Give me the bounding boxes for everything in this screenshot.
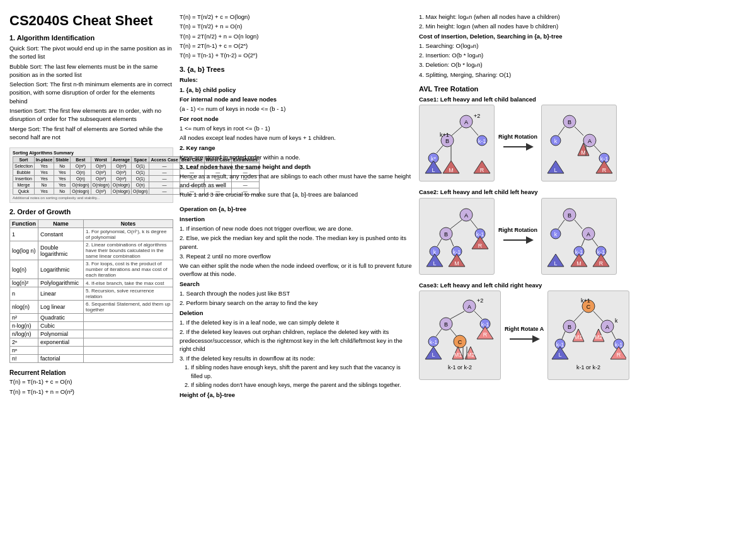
svg-text:B: B xyxy=(568,119,571,125)
growth-row: 2ⁿexponential xyxy=(10,338,173,347)
svg-text:A: A xyxy=(467,304,471,310)
quicksort-desc: Quick Sort: The pivot would end up in th… xyxy=(9,44,173,61)
svg-text:B: B xyxy=(445,138,449,144)
deletion-substep: If sibling nodes have enough keys, shift… xyxy=(191,364,413,381)
cost-items: 1. Searching: O(logₐn)2. Insertion: O(b … xyxy=(419,42,646,79)
svg-text:k-1: k-1 xyxy=(478,138,486,144)
svg-line-93 xyxy=(436,329,442,337)
svg-line-71 xyxy=(575,220,582,229)
rule3-detail2: Rule 1 and 3 are crucial to make sure th… xyxy=(180,190,413,198)
insertion-title: Insertion xyxy=(180,215,413,223)
svg-text:L: L xyxy=(554,260,557,267)
avl-case3-before: A +2 B C k-1 xyxy=(419,291,501,380)
rule1-root: For root node xyxy=(180,115,413,123)
deletion-step: 2. If the deleted key leaves out orphan … xyxy=(180,328,413,353)
bubblesort-desc: Bubble Sort: The last few elements must … xyxy=(9,62,173,79)
recurrent-relation-section: Recurrent Relation T(n) = T(n-1) + c = O… xyxy=(9,369,173,396)
avl-case1-before-svg: A +2 B k+1 k* k-1 xyxy=(422,108,491,177)
recurrence-more-item: T(n) = 2T(n-1) + c = O(2ⁿ) xyxy=(180,42,413,50)
avl-title: AVL Tree Rotation xyxy=(419,85,646,93)
ab-trees-section: 3. {a, b} Trees Rules: 1. {a, b} child p… xyxy=(180,66,413,198)
svg-text:L: L xyxy=(559,352,562,358)
algorithm-identification-section: 1. Algorithm Identification Quick Sort: … xyxy=(9,34,173,141)
svg-text:R: R xyxy=(478,243,483,249)
page-container: CS2040S Cheat Sheet 1. Algorithm Identif… xyxy=(0,0,756,418)
search-steps: 1. Search through the nodes just like BS… xyxy=(180,289,413,308)
deletion-step: 3. If the deleted key results in downflo… xyxy=(180,354,413,362)
growth-col-name: Name xyxy=(38,220,84,228)
avl-case1-before: A +2 B k+1 k* k-1 xyxy=(419,105,495,181)
avl-case3-after: C k+1 B A k k-1 xyxy=(547,291,629,380)
growth-row: nLinear5. Recursion, solve recurrence re… xyxy=(10,287,173,301)
svg-text:M: M xyxy=(449,167,454,173)
avl-case2-after-svg: B k A k-1 k-1 xyxy=(544,201,614,270)
section1-title: 1. Algorithm Identification xyxy=(9,34,173,42)
svg-text:A: A xyxy=(588,138,592,144)
svg-text:R: R xyxy=(602,167,607,173)
svg-line-70 xyxy=(558,220,564,229)
search-step: 2. Perform binary search on the array to… xyxy=(180,299,413,307)
growth-row: log(n)²Polylogarithmic4. If-else branch,… xyxy=(10,279,173,287)
svg-line-122 xyxy=(612,331,616,339)
avl-case2-before-svg: A B k k-1 k-1 xyxy=(422,201,491,270)
order-of-growth-section: 2. Order of Growth Function Name Notes 1… xyxy=(9,208,173,363)
svg-text:M2: M2 xyxy=(595,334,603,340)
svg-text:M2: M2 xyxy=(467,352,475,358)
sorting-table-notes: Additional notes on sorting complexity a… xyxy=(13,196,170,200)
avl-case1: Case1: Left heavy and left child balance… xyxy=(419,95,646,181)
svg-line-52 xyxy=(450,239,454,246)
svg-text:k+1: k+1 xyxy=(440,132,449,138)
section2-title: 2. Order of Growth xyxy=(9,208,173,216)
column-1: CS2040S Cheat Sheet 1. Algorithm Identif… xyxy=(9,13,173,405)
height-items: 1. Max height: logₐn (when all nodes hav… xyxy=(419,13,646,31)
svg-text:B: B xyxy=(444,321,448,328)
svg-text:+2: +2 xyxy=(474,113,480,119)
svg-text:k-1 or k-2: k-1 or k-2 xyxy=(576,364,600,371)
growth-row: n²Quadratic xyxy=(10,314,173,322)
svg-line-30 xyxy=(575,127,583,135)
deletion-title: Deletion xyxy=(180,309,413,317)
cost-item: 1. Searching: O(logₐn) xyxy=(419,42,646,50)
sorting-table-wrap: Sorting Algorithms Summary SortIn-placeS… xyxy=(9,147,173,203)
svg-line-10 xyxy=(452,127,462,135)
svg-text:L: L xyxy=(432,352,435,358)
svg-text:A: A xyxy=(464,119,468,125)
rule1-title: 1. {a, b} child policy xyxy=(180,86,413,94)
avl-case2-arrow: Right Rotation xyxy=(498,227,537,246)
svg-line-92 xyxy=(474,311,482,319)
recurrence-more-section: T(n) = T(n/2) + c = O(logn)T(n) = T(n/2)… xyxy=(180,13,413,59)
growth-row: n·log(n)Cubic xyxy=(10,322,173,330)
cost-item: 2. Insertion: O(b * logₐn) xyxy=(419,51,646,59)
growth-row: nⁿ xyxy=(10,347,173,355)
svg-line-73 xyxy=(592,239,598,246)
arrow-svg xyxy=(502,141,534,152)
svg-text:B: B xyxy=(444,231,448,238)
svg-text:k: k xyxy=(554,231,558,238)
recurrence-more-list: T(n) = T(n/2) + c = O(logn)T(n) = T(n/2)… xyxy=(180,13,413,59)
page-title: CS2040S Cheat Sheet xyxy=(9,13,173,29)
growth-row: log(log n)Double logarithmic2. Linear co… xyxy=(10,241,173,260)
svg-line-121 xyxy=(562,331,565,339)
case3-rotation-label: Right Rotate A xyxy=(505,326,544,332)
svg-text:A: A xyxy=(464,212,468,219)
svg-line-12 xyxy=(437,146,443,153)
recurrence-more-item: T(n) = T(n/2) + n = O(n) xyxy=(180,22,413,30)
rule1-detail: (a - 1) <= num of keys in node <= (b - 1… xyxy=(180,105,413,113)
svg-text:R: R xyxy=(480,167,484,173)
avl-case1-after: B k A k-1 xyxy=(541,105,617,181)
deletion-substep: If sibling nodes don't have enough keys,… xyxy=(191,381,413,390)
svg-text:k: k xyxy=(615,318,618,324)
avl-case3: Case3: Left heavy and left child right h… xyxy=(419,281,646,380)
operations-section: Operation on {a, b}-tree Insertion 1. If… xyxy=(180,205,413,399)
avl-case2-after: B k A k-1 k-1 xyxy=(541,198,617,275)
growth-row: nlog(n)Log linear6. Sequential Statement… xyxy=(10,301,173,314)
svg-line-91 xyxy=(450,311,464,319)
svg-text:L: L xyxy=(554,167,557,173)
svg-line-29 xyxy=(558,127,564,135)
svg-text:k+1: k+1 xyxy=(581,297,590,304)
avl-case3-diagram: A +2 B C k-1 xyxy=(419,291,646,380)
column-3: 1. Max height: logₐn (when all nodes hav… xyxy=(419,13,646,405)
svg-text:R: R xyxy=(599,260,604,267)
insertionsort-desc: Insertion Sort: The first few elements a… xyxy=(9,106,173,124)
cost-item: 4. Splitting, Merging, Sharing: O(1) xyxy=(419,71,646,79)
